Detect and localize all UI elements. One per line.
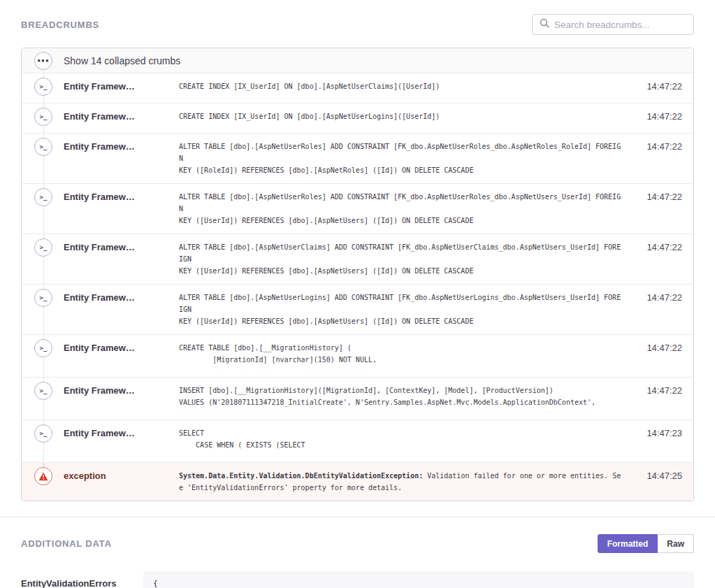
breadcrumb-row: >_ Entity Framew… ALTER TABLE [dbo].[Asp…: [22, 285, 693, 335]
code-line: CREATE TABLE [dbo].[__MigrationHistory] …: [179, 342, 623, 354]
crumb-category: Entity Framew…: [64, 242, 179, 252]
terminal-icon: >_: [34, 108, 52, 126]
terminal-icon: >_: [34, 138, 52, 156]
crumb-timestamp: 14:47:22: [633, 141, 693, 152]
code-line: ALTER TABLE [dbo].[AspNetUserLogins] ADD…: [179, 292, 623, 315]
warning-icon: [34, 467, 52, 485]
crumb-timestamp: 14:47:22: [633, 292, 693, 303]
code-line: 0x1F8B0800000000000400C5BDCB721C498E25FA…: [179, 408, 623, 413]
code-line: KEY ([UserId]) REFERENCES [dbo].[AspNetU…: [179, 215, 623, 227]
breadcrumb-row: >_ Entity Framew… ALTER TABLE [dbo].[Asp…: [22, 234, 693, 285]
code-line: [MigrationId] [nvarchar](150) NOT NULL,: [179, 354, 623, 366]
terminal-icon: >_: [34, 424, 52, 443]
code-line: KEY ([UserId]) REFERENCES [dbo].[AspNetU…: [179, 315, 623, 327]
crumb-category: Entity Framew…: [64, 343, 179, 353]
crumb-message: ALTER TABLE [dbo].[AspNetUserLogins] ADD…: [179, 292, 633, 327]
code-line: 1 AS C1: [179, 451, 623, 455]
crumb-message: CREATE INDEX [IX_UserId] ON [dbo].[AspNe…: [179, 110, 633, 122]
crumb-timestamp: 14:47:22: [633, 111, 693, 122]
section-divider: [0, 517, 715, 517]
additional-data-header: ADDITIONAL DATA Formatted Raw: [21, 534, 694, 553]
crumb-message: System.Data.Entity.Validation.DbEntityVa…: [179, 470, 633, 494]
crumb-message: ALTER TABLE [dbo].[AspNetUserClaims] ADD…: [179, 241, 633, 277]
code-line: INSERT [dbo].[__MigrationHistory]([Migra…: [179, 385, 623, 396]
crumb-category: exception: [64, 471, 179, 481]
crumb-timestamp: 14:47:22: [633, 343, 693, 353]
code-line: ALTER TABLE [dbo].[AspNetUserRoles] ADD …: [179, 191, 623, 215]
code-line: KEY ([UserId]) REFERENCES [dbo].[AspNetU…: [179, 265, 623, 277]
ellipsis-icon: ●●●: [34, 52, 52, 70]
code-line: CASE WHEN ( EXISTS (SELECT: [179, 439, 623, 451]
code-line: ALTER TABLE [dbo].[AspNetUserRoles] ADD …: [179, 141, 623, 164]
terminal-icon: >_: [34, 339, 52, 357]
code-line: ALTER TABLE [dbo].[AspNetUserClaims] ADD…: [179, 241, 623, 265]
additional-data-title: ADDITIONAL DATA: [21, 538, 112, 549]
crumb-message: SELECT CASE WHEN ( EXISTS (SELECT 1 AS C…: [179, 427, 633, 455]
code-line: System.Data.Entity.Validation.DbEntityVa…: [179, 470, 623, 494]
key-value-row: EntityValidationErrors { UserName: [ The…: [21, 571, 694, 588]
additional-data-entries: EntityValidationErrors { UserName: [ The…: [21, 571, 694, 588]
crumb-category: Entity Framew…: [64, 385, 179, 396]
breadcrumb-row: >_ Entity Framew… CREATE TABLE [dbo].[__…: [22, 335, 693, 378]
crumb-message: INSERT [dbo].[__MigrationHistory]([Migra…: [179, 385, 633, 413]
crumb-category: Entity Framew…: [64, 141, 179, 152]
breadcrumb-row: >_ Entity Framew… ALTER TABLE [dbo].[Asp…: [22, 184, 693, 234]
code-line: SELECT: [179, 427, 623, 439]
crumb-message: CREATE INDEX [IX_UserId] ON [dbo].[AspNe…: [179, 80, 633, 92]
crumb-timestamp: 14:47:25: [633, 471, 693, 481]
page: BREADCRUMBS ●●● Show 14 collapsed crumbs…: [0, 0, 715, 588]
view-toggle: Formatted Raw: [598, 534, 694, 553]
crumb-timestamp: 14:47:22: [633, 385, 693, 396]
crumb-category: Entity Framew…: [64, 292, 179, 303]
crumb-timestamp: 14:47:22: [633, 242, 693, 252]
crumb-message: CREATE TABLE [dbo].[__MigrationHistory] …: [179, 342, 633, 370]
crumb-timestamp: 14:47:22: [633, 192, 693, 202]
crumb-message: ALTER TABLE [dbo].[AspNetUserRoles] ADD …: [179, 141, 633, 176]
breadcrumb-row: >_ Entity Framew… ALTER TABLE [dbo].[Asp…: [22, 134, 693, 184]
terminal-icon: >_: [34, 382, 52, 400]
terminal-icon: >_: [34, 238, 52, 257]
code-line: CREATE INDEX [IX_UserId] ON [dbo].[AspNe…: [179, 80, 623, 92]
code-line: CREATE INDEX [IX_UserId] ON [dbo].[AspNe…: [179, 110, 623, 122]
crumb-timestamp: 14:47:22: [633, 81, 693, 92]
search-icon: [540, 18, 549, 31]
show-collapsed-crumbs-button[interactable]: ●●● Show 14 collapsed crumbs: [22, 48, 693, 73]
breadcrumbs-title: BREADCRUMBS: [21, 20, 99, 30]
formatted-button[interactable]: Formatted: [598, 534, 658, 553]
code-line: KEY ([RoleId]) REFERENCES [dbo].[AspNetR…: [179, 164, 623, 176]
terminal-icon: >_: [34, 289, 52, 307]
crumb-category: Entity Framew…: [64, 428, 179, 438]
crumb-timestamp: 14:47:23: [633, 428, 693, 438]
breadcrumb-row: >_ Entity Framew… CREATE INDEX [IX_UserI…: [22, 73, 693, 103]
crumb-category: Entity Framew…: [64, 81, 179, 92]
breadcrumb-row: >_ Entity Framew… INSERT [dbo].[__Migrat…: [22, 378, 693, 420]
search-input[interactable]: [554, 20, 686, 30]
terminal-icon: >_: [34, 188, 52, 206]
code-line: [ContextKey] [nvarchar](300) NOT NULL,: [179, 366, 623, 370]
terminal-icon: >_: [34, 78, 52, 96]
breadcrumb-list: >_ Entity Framew… CREATE INDEX [IX_UserI…: [22, 73, 693, 501]
breadcrumb-row: >_ Entity Framew… SELECT CASE WHEN ( EXI…: [22, 420, 693, 463]
crumb-category: Entity Framew…: [64, 192, 179, 202]
code-line: VALUES (N'201807111347218_InitialCreate'…: [179, 396, 623, 408]
data-key-label: EntityValidationErrors: [21, 571, 143, 588]
raw-button[interactable]: Raw: [658, 534, 694, 553]
crumb-category: Entity Framew…: [64, 111, 179, 122]
crumb-message: ALTER TABLE [dbo].[AspNetUserRoles] ADD …: [179, 191, 633, 227]
breadcrumbs-header: BREADCRUMBS: [21, 14, 694, 35]
breadcrumbs-panel: ●●● Show 14 collapsed crumbs >_ Entity F…: [21, 48, 694, 501]
code-line: {: [153, 578, 684, 588]
breadcrumb-row: >_ Entity Framew… CREATE INDEX [IX_UserI…: [22, 103, 693, 134]
search-box[interactable]: [532, 14, 694, 35]
breadcrumb-row: exception System.Data.Entity.Validation.…: [22, 463, 693, 501]
collapsed-crumbs-label: Show 14 collapsed crumbs: [64, 55, 180, 66]
data-value-code-block: { UserName: [ The UserName field is requ…: [143, 571, 694, 588]
